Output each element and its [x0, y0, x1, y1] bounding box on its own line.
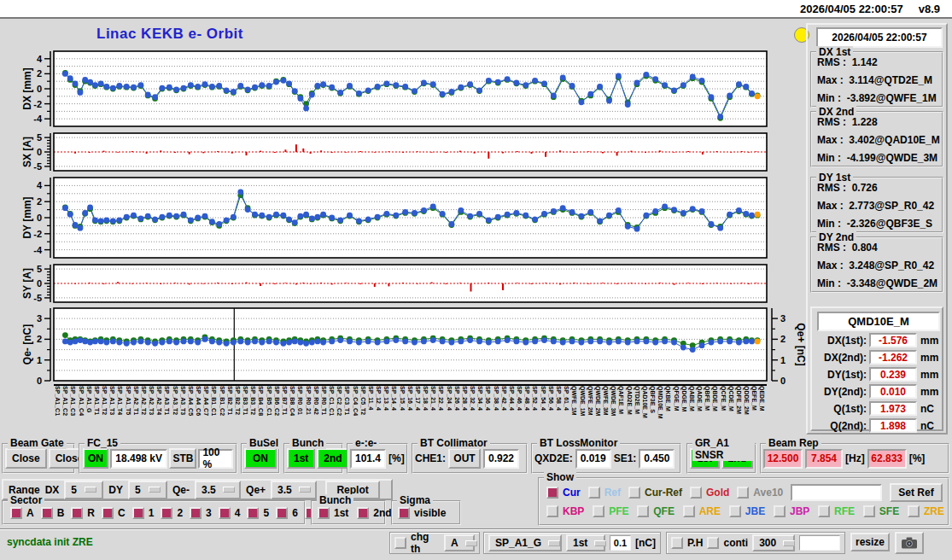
monitor-row-label: DX(2nd): — [814, 352, 867, 364]
chg-th-dropdown[interactable]: A — [444, 534, 475, 551]
checkbox-indicator-icon[interactable] — [10, 507, 22, 519]
checkbox-indicator-icon[interactable] — [683, 505, 695, 517]
checkbox-r[interactable]: R — [71, 507, 95, 519]
che1-out-button[interactable]: OUT — [448, 448, 481, 469]
checkbox-indicator-icon[interactable] — [276, 507, 288, 519]
monitor-row-value: -1.262 — [869, 350, 917, 365]
bpm-name-field[interactable]: QMD10E_M — [817, 312, 940, 331]
bpm-select-dropdown[interactable]: SP_A1_G — [488, 534, 562, 551]
checkbox-indicator-icon[interactable] — [818, 505, 830, 517]
checkbox-indicator-icon[interactable] — [628, 487, 640, 499]
checkbox-indicator-icon[interactable] — [546, 505, 558, 517]
threshold-field[interactable]: 0.1 — [610, 535, 631, 551]
bunch-1st-button[interactable]: 1st — [287, 448, 315, 469]
checkbox-6[interactable]: 6 — [276, 507, 298, 519]
beam-gate-close-button-1[interactable]: Close — [5, 448, 47, 469]
qxd2e-value-field[interactable]: 0.019 — [575, 449, 611, 469]
checkbox-indicator-icon[interactable] — [219, 507, 231, 519]
conti-checkbox[interactable] — [707, 537, 719, 549]
status-entry-field[interactable] — [799, 535, 840, 551]
range-qe-minus-dropdown[interactable]: 3.5 — [195, 481, 241, 499]
checkbox-c[interactable]: C — [102, 507, 126, 519]
busel-on-button[interactable]: ON — [244, 448, 277, 469]
ph-checkbox[interactable] — [671, 537, 683, 549]
che1-value-field[interactable]: 0.922 — [483, 449, 519, 469]
checkbox-ave10[interactable]: Ave10 — [737, 487, 783, 499]
checkbox-indicator-icon[interactable] — [357, 507, 369, 519]
checkbox-indicator-icon[interactable] — [588, 487, 600, 499]
checkbox-label: JBE — [745, 505, 765, 517]
bunch-2nd-button[interactable]: 2nd — [317, 448, 348, 469]
checkbox-are[interactable]: ARE — [683, 505, 721, 517]
checkbox-3[interactable]: 3 — [190, 507, 212, 519]
checkbox-visible[interactable]: visible — [398, 507, 446, 519]
range-dy-dropdown[interactable]: 5 — [128, 481, 167, 499]
checkbox-pfe[interactable]: PFE — [593, 505, 628, 517]
checkbox-ref[interactable]: Ref — [588, 487, 621, 499]
range-qe-plus-dropdown[interactable]: 3.5 — [271, 481, 317, 499]
checkbox-indicator-icon[interactable] — [593, 505, 604, 517]
fc15-on-button[interactable]: ON — [83, 448, 108, 469]
screenshot-button[interactable] — [895, 532, 924, 554]
e-ratio-legend: e-:e- — [353, 437, 379, 449]
checkbox-indicator-icon[interactable] — [729, 505, 741, 517]
checkbox-indicator-icon[interactable] — [247, 507, 259, 519]
checkbox-sfe[interactable]: SFE — [863, 505, 899, 517]
ref-entry-field[interactable] — [791, 484, 882, 501]
checkbox-rfe[interactable]: RFE — [818, 505, 855, 517]
checkbox-jbe[interactable]: JBE — [729, 505, 765, 517]
fc15-kv-field[interactable]: 18.498 kV — [110, 449, 167, 469]
checkbox-5[interactable]: 5 — [247, 507, 269, 519]
checkbox-indicator-icon[interactable] — [908, 505, 920, 517]
checkbox-indicator-icon[interactable] — [637, 505, 649, 517]
fc15-percent-field[interactable]: 100 % — [198, 449, 233, 469]
chg-th-checkbox[interactable] — [394, 537, 406, 549]
checkbox-gold[interactable]: Gold — [690, 487, 729, 499]
checkbox-indicator-icon[interactable] — [41, 507, 53, 519]
checkbox-indicator-icon[interactable] — [132, 507, 144, 519]
stat-frame-title: DX 1st — [816, 46, 853, 58]
checkbox-indicator-icon[interactable] — [102, 507, 114, 519]
svg-text:SY [A]: SY [A] — [21, 268, 33, 299]
checkbox-1st[interactable]: 1st — [318, 507, 348, 519]
checkbox-indicator-icon[interactable] — [546, 487, 558, 499]
e-ratio-field[interactable]: 101.4 — [350, 449, 386, 469]
count-dropdown[interactable]: 300 — [752, 534, 795, 551]
checkbox-label: Cur-Ref — [645, 487, 682, 499]
checkbox-2nd[interactable]: 2nd — [357, 507, 391, 519]
bpm-label: QBF3E_S — [649, 386, 657, 439]
checkbox-indicator-icon[interactable] — [737, 487, 749, 499]
checkbox-indicator-icon[interactable] — [398, 507, 410, 519]
checkbox-1[interactable]: 1 — [132, 507, 155, 519]
bunch-select-dropdown[interactable]: 1st — [566, 534, 605, 551]
checkbox-a[interactable]: A — [10, 507, 34, 519]
checkbox-indicator-icon[interactable] — [190, 507, 201, 519]
e-ratio-unit: [%] — [388, 452, 405, 464]
checkbox-4[interactable]: 4 — [219, 507, 241, 519]
checkbox-label: Gold — [706, 487, 729, 499]
checkbox-zre[interactable]: ZRE — [908, 505, 944, 517]
checkbox-b[interactable]: B — [41, 507, 65, 519]
set-ref-button[interactable]: Set Ref — [890, 483, 943, 502]
range-dx-dropdown[interactable]: 5 — [64, 481, 103, 499]
checkbox-indicator-icon[interactable] — [161, 507, 172, 519]
bpm-label: SP_A1_T4 — [116, 386, 124, 439]
checkbox-indicator-icon[interactable] — [863, 505, 875, 517]
checkbox-indicator-icon[interactable] — [71, 507, 83, 519]
checkbox-indicator-icon[interactable] — [690, 487, 702, 499]
checkbox-qfe[interactable]: QFE — [637, 505, 675, 517]
fc15-stb-button[interactable]: STB — [169, 448, 196, 469]
checkbox-cur[interactable]: Cur — [546, 487, 581, 499]
busel-legend: BuSel — [247, 437, 281, 449]
resize-button[interactable]: resize — [850, 533, 890, 551]
checkbox-indicator-icon[interactable] — [318, 507, 330, 519]
checkbox-kbp[interactable]: KBP — [546, 505, 584, 517]
bpm-label: SP_A1_T1 — [93, 386, 101, 439]
se1-value-field[interactable]: 0.450 — [639, 449, 675, 469]
checkbox-indicator-icon[interactable] — [774, 505, 786, 517]
checkbox-jbp[interactable]: JBP — [774, 505, 809, 517]
bpm-label: QBFE_M — [704, 386, 711, 439]
checkbox-2[interactable]: 2 — [161, 507, 183, 519]
checkbox-cur-ref[interactable]: Cur-Ref — [628, 487, 682, 499]
title-bar-datetime: 2026/04/05 22:00:57 — [800, 3, 903, 15]
